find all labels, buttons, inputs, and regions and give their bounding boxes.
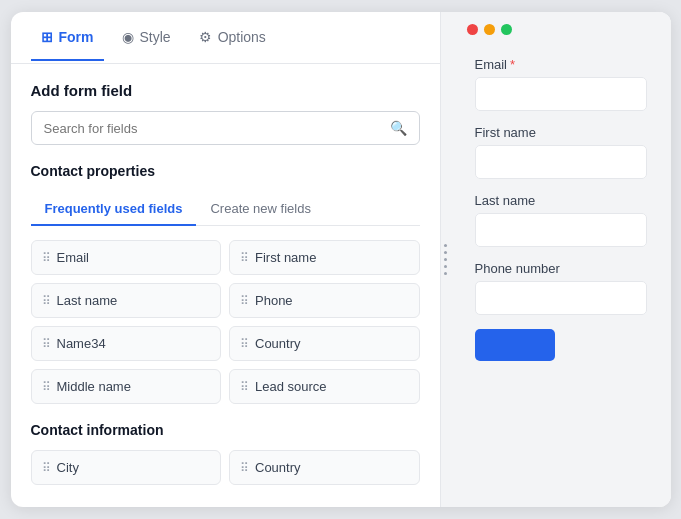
drag-icon: ⠿ [42,380,50,394]
nav-tab-options-label: Options [218,29,266,45]
main-container: ⊞ Form ◉ Style ⚙ Options Add form field … [11,12,671,507]
options-icon: ⚙ [199,29,212,45]
tab-frequently-used[interactable]: Frequently used fields [31,193,197,226]
search-box[interactable]: 🔍 [31,111,420,145]
form-preview: Email * First name Last name Phone numbe… [451,47,671,507]
right-panel: Email * First name Last name Phone numbe… [451,12,671,507]
phone-input[interactable] [475,281,647,315]
minimize-button[interactable] [484,24,495,35]
form-group-lastname: Last name [475,193,647,247]
bottom-fields-grid: ⠿ City ⠿ Country [31,450,420,485]
field-country[interactable]: ⠿ Country [229,326,420,361]
drag-icon: ⠿ [240,380,248,394]
drag-icon: ⠿ [42,294,50,308]
nav-tab-form-label: Form [59,29,94,45]
tab-create-new[interactable]: Create new fields [196,193,324,226]
drag-icon: ⠿ [240,251,248,265]
drag-icon: ⠿ [240,294,248,308]
search-icon: 🔍 [390,120,407,136]
dot [444,258,447,261]
form-group-firstname: First name [475,125,647,179]
field-leadsource[interactable]: ⠿ Lead source [229,369,420,404]
dot [444,272,447,275]
field-city[interactable]: ⠿ City [31,450,222,485]
left-content: Add form field 🔍 Contact properties Freq… [11,64,440,507]
dot [444,251,447,254]
fields-grid: ⠿ Email ⠿ First name ⠿ Last name ⠿ Phone… [31,240,420,404]
field-middlename[interactable]: ⠿ Middle name [31,369,222,404]
field-firstname[interactable]: ⠿ First name [229,240,420,275]
nav-tab-style-label: Style [140,29,171,45]
field-tabs-row: Frequently used fields Create new fields [31,193,420,226]
contact-properties-title: Contact properties [31,163,420,179]
maximize-button[interactable] [501,24,512,35]
add-form-field-title: Add form field [31,82,420,99]
firstname-label: First name [475,125,647,140]
nav-tab-form[interactable]: ⊞ Form [31,15,104,61]
field-email[interactable]: ⠿ Email [31,240,222,275]
firstname-input[interactable] [475,145,647,179]
lastname-label: Last name [475,193,647,208]
form-icon: ⊞ [41,29,53,45]
divider [441,12,451,507]
drag-icon: ⠿ [42,337,50,351]
contact-info-title: Contact information [31,422,420,438]
drag-icon: ⠿ [42,461,50,475]
phone-label: Phone number [475,261,647,276]
dot [444,244,447,247]
style-icon: ◉ [122,29,134,45]
left-panel: ⊞ Form ◉ Style ⚙ Options Add form field … [11,12,441,507]
drag-icon: ⠿ [42,251,50,265]
email-label: Email * [475,57,647,72]
nav-tab-style[interactable]: ◉ Style [112,15,181,61]
close-button[interactable] [467,24,478,35]
form-group-phone: Phone number [475,261,647,315]
nav-tab-options[interactable]: ⚙ Options [189,15,276,61]
required-star: * [510,57,515,72]
email-input[interactable] [475,77,647,111]
drag-icon: ⠿ [240,461,248,475]
drag-icon: ⠿ [240,337,248,351]
dot [444,265,447,268]
top-nav: ⊞ Form ◉ Style ⚙ Options [11,12,440,64]
field-name34[interactable]: ⠿ Name34 [31,326,222,361]
field-phone[interactable]: ⠿ Phone [229,283,420,318]
lastname-input[interactable] [475,213,647,247]
search-input[interactable] [44,121,390,136]
field-country-bottom[interactable]: ⠿ Country [229,450,420,485]
submit-button[interactable] [475,329,555,361]
field-lastname[interactable]: ⠿ Last name [31,283,222,318]
window-controls [451,12,671,47]
form-group-email: Email * [475,57,647,111]
